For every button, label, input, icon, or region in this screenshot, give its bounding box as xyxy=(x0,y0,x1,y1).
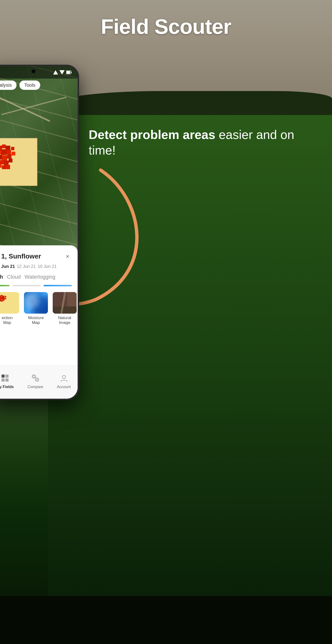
date-tabs: 15 Jun 21 12 Jun 21 10 Jun 21 xyxy=(0,263,78,274)
svg-rect-25 xyxy=(0,292,19,314)
map-area: nalysis Tools xyxy=(0,66,78,262)
thumb-ndvi xyxy=(0,292,19,314)
thumb-natural-svg xyxy=(53,292,77,314)
map-toolbar: nalysis Tools xyxy=(0,80,78,90)
nav-item-account[interactable]: Account xyxy=(57,373,71,389)
svg-rect-18 xyxy=(4,160,8,165)
thumbnail-row: ection Map Moisture Map xyxy=(0,292,78,331)
date-tab-0[interactable]: 15 Jun 21 xyxy=(0,263,15,270)
svg-rect-27 xyxy=(1,295,2,296)
svg-rect-42 xyxy=(2,374,4,378)
camera-dot xyxy=(32,70,36,73)
svg-rect-39 xyxy=(53,306,77,314)
phone-screen: nalysis Tools d 1, Sunflower × xyxy=(0,66,78,399)
bg-bottom xyxy=(0,596,332,644)
nav-item-compare[interactable]: Compare xyxy=(28,373,43,389)
svg-rect-11 xyxy=(7,150,11,154)
nav-item-myfields[interactable]: My Fields xyxy=(0,373,14,389)
svg-rect-17 xyxy=(0,160,4,164)
progress-bar-gray xyxy=(12,285,41,286)
svg-point-46 xyxy=(32,375,36,378)
svg-rect-30 xyxy=(0,297,3,299)
svg-rect-31 xyxy=(3,297,5,299)
phone-device: nalysis Tools d 1, Sunflower × xyxy=(0,65,84,405)
svg-rect-21 xyxy=(6,165,10,169)
thumbnail-item-1[interactable]: Moisture Map xyxy=(24,292,48,325)
hero-text-bold: Detect problem areas xyxy=(89,128,215,142)
thumbnail-img-moisture xyxy=(24,292,48,314)
grid-icon-svg xyxy=(1,374,9,382)
panel-header: d 1, Sunflower × xyxy=(0,245,78,263)
svg-marker-0 xyxy=(53,70,58,74)
svg-rect-12 xyxy=(11,147,14,150)
bottom-panel: d 1, Sunflower × 15 Jun 21 12 Jun 21 10 … xyxy=(0,245,78,399)
svg-rect-16 xyxy=(12,152,15,156)
progress-bar-blue xyxy=(44,285,72,286)
phone-shell: nalysis Tools d 1, Sunflower × xyxy=(0,65,79,400)
ndvi-blob-svg xyxy=(0,138,37,186)
compare-icon xyxy=(30,373,41,383)
thumbnail-label-2: Natural Image xyxy=(58,316,72,325)
svg-rect-15 xyxy=(7,154,12,158)
battery-icon xyxy=(66,70,72,74)
svg-rect-36 xyxy=(5,298,6,299)
thumbnail-img-natural xyxy=(53,292,77,314)
svg-marker-1 xyxy=(60,70,65,74)
svg-rect-43 xyxy=(6,374,8,378)
thumbnail-label-0: ection Map xyxy=(2,316,12,325)
svg-rect-29 xyxy=(0,298,0,299)
moisture-dots xyxy=(24,292,48,314)
bottom-nav: My Fields Compare xyxy=(0,365,78,399)
thumb-ndvi-svg xyxy=(0,292,19,314)
svg-rect-22 xyxy=(0,164,2,168)
filter-tab-0[interactable]: igh xyxy=(0,274,3,280)
filter-tab-2[interactable]: Waterlogging xyxy=(24,274,55,280)
thumb-moisture xyxy=(24,292,48,314)
grid-icon xyxy=(0,373,10,383)
svg-rect-45 xyxy=(6,378,8,382)
svg-rect-44 xyxy=(2,378,4,382)
thumb-natural xyxy=(53,292,77,314)
svg-rect-10 xyxy=(1,149,7,155)
svg-rect-13 xyxy=(0,155,2,160)
wifi-icon xyxy=(60,70,65,74)
close-button[interactable]: × xyxy=(63,252,72,261)
svg-rect-35 xyxy=(3,299,4,301)
thumbnail-item-2[interactable]: Natural Image xyxy=(53,292,77,325)
filter-tab-1[interactable]: Cloud xyxy=(7,274,20,280)
svg-rect-19 xyxy=(8,158,12,162)
svg-rect-20 xyxy=(2,165,6,169)
ndvi-pattern xyxy=(0,138,37,186)
panel-title: d 1, Sunflower xyxy=(0,252,41,260)
toolbar-chip-analysis[interactable]: nalysis xyxy=(0,80,16,90)
thumbnail-img-detection xyxy=(0,292,19,314)
svg-rect-32 xyxy=(5,296,6,297)
phone-side-button xyxy=(78,138,79,157)
svg-rect-7 xyxy=(2,144,6,148)
toolbar-chip-tools[interactable]: Tools xyxy=(20,80,40,90)
progress-bar-green xyxy=(0,285,10,286)
svg-rect-40 xyxy=(67,292,77,306)
thumbnail-item-0[interactable]: ection Map xyxy=(0,292,19,325)
svg-point-49 xyxy=(36,378,38,380)
compare-icon-svg xyxy=(31,374,40,382)
signal-icons xyxy=(53,70,72,74)
status-bar xyxy=(0,66,78,78)
filter-tabs: igh Cloud Waterlogging xyxy=(0,274,78,285)
svg-rect-9 xyxy=(0,150,1,154)
svg-rect-3 xyxy=(71,72,72,73)
nav-label-account: Account xyxy=(57,385,71,389)
svg-rect-14 xyxy=(2,155,7,160)
svg-rect-33 xyxy=(0,299,1,301)
thumbnail-label-1: Moisture Map xyxy=(28,316,44,325)
svg-point-47 xyxy=(33,376,35,377)
app-title: Field Scouter xyxy=(0,14,332,39)
progress-bar-row xyxy=(0,285,78,292)
ndvi-overlay-box xyxy=(0,138,37,186)
svg-point-48 xyxy=(35,378,39,382)
svg-rect-4 xyxy=(66,71,70,74)
signal-icon xyxy=(53,70,58,74)
date-tab-1[interactable]: 12 Jun 21 xyxy=(17,263,36,270)
svg-point-50 xyxy=(62,375,66,378)
date-tab-2[interactable]: 10 Jun 21 xyxy=(38,263,56,270)
